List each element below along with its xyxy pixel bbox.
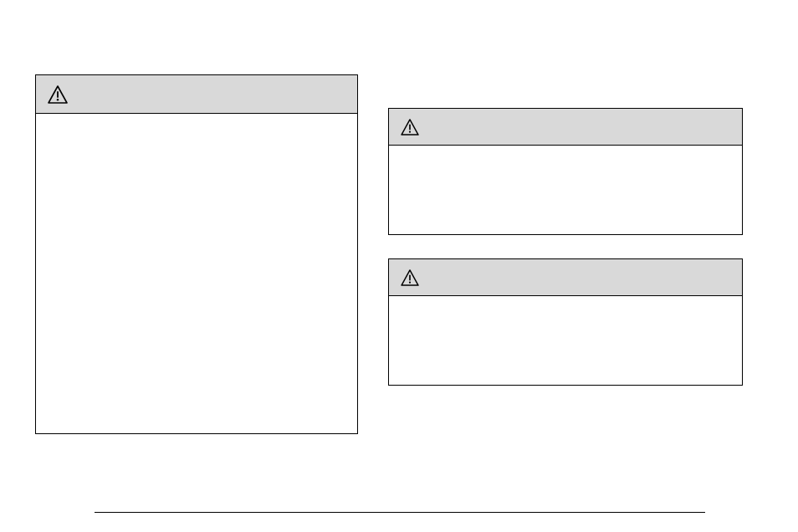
divider-line — [95, 512, 705, 513]
warning-panel-right-bottom — [388, 258, 743, 386]
panel-header — [36, 75, 357, 114]
panel-body — [389, 296, 742, 385]
panel-body — [389, 146, 742, 234]
warning-icon — [401, 269, 419, 286]
panel-header — [389, 259, 742, 296]
warning-panel-right-top — [388, 108, 743, 235]
panel-header — [389, 109, 742, 146]
panel-body — [36, 114, 357, 433]
svg-point-2 — [57, 99, 59, 100]
warning-icon — [401, 119, 419, 136]
svg-point-8 — [409, 281, 411, 283]
warning-panel-left — [35, 74, 358, 434]
warning-icon — [48, 85, 68, 104]
svg-point-5 — [409, 130, 411, 132]
